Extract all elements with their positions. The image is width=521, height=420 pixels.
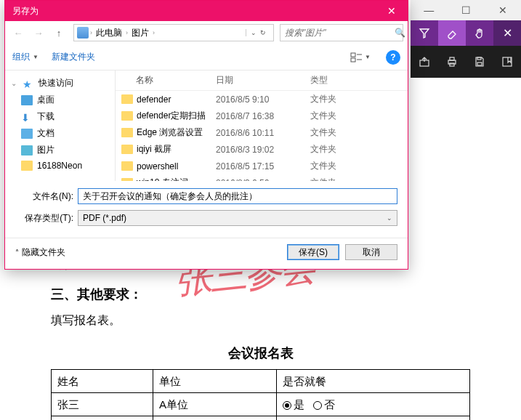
file-type: 文件夹 (310, 143, 368, 156)
hide-folders-toggle[interactable]: ˄ 隐藏文件夹 (15, 246, 65, 259)
file-name: defender定期扫描 (137, 110, 206, 122)
cell-dine: 是 否 (276, 393, 469, 416)
bookmark-icon[interactable] (493, 46, 521, 78)
svg-rect-5 (477, 57, 481, 60)
file-row[interactable]: Edge 浏览器设置2016/8/6 10:11文件夹 (116, 124, 408, 141)
dialog-title: 另存为 (12, 5, 376, 17)
file-name: win10 专注词 (137, 177, 188, 181)
svg-rect-7 (351, 53, 355, 57)
th-dine: 是否就餐 (276, 370, 469, 393)
opt-yes-label: 是 (294, 398, 304, 411)
tree-quick-access[interactable]: ⌄★快速访问 (5, 75, 115, 92)
new-folder-button[interactable]: 新建文件夹 (52, 51, 95, 63)
filetype-select[interactable]: PDF (*.pdf) ⌄ (78, 210, 397, 226)
tree-pictures[interactable]: 图片 (5, 142, 115, 158)
th-name: 姓名 (52, 370, 153, 393)
tree-label: 下载 (37, 110, 54, 123)
save-icon[interactable] (466, 46, 493, 78)
tool-funnel-icon[interactable] (411, 20, 438, 46)
nav-back-button[interactable]: ← (9, 24, 27, 41)
cancel-button[interactable]: 取消 (345, 244, 397, 260)
tree-label: 桌面 (37, 94, 54, 106)
address-path[interactable]: › 此电脑 › 图片 › ⌄ ↻ (73, 24, 274, 41)
dialog-close-button[interactable]: ✕ (376, 1, 408, 21)
file-type: 文件夹 (310, 160, 368, 172)
file-type: 文件夹 (310, 93, 368, 105)
file-date: 2016/8/6 10:11 (216, 128, 310, 138)
save-as-dialog: 另存为 ✕ ← → ↑ › 此电脑 › 图片 › ⌄ ↻ 🔍 组织 ▼ 新建文件… (4, 0, 408, 270)
col-header-date[interactable]: 日期 (216, 74, 310, 86)
help-button[interactable]: ? (386, 50, 400, 65)
file-row[interactable]: defender2016/8/5 9:10文件夹 (116, 91, 408, 108)
folder-icon (21, 161, 33, 171)
document-icon (21, 129, 33, 139)
document-body: 张三参会 会议室。 三、其他要求： 填写报名表。 会议报名表 姓名 单位 是否就… (0, 247, 521, 420)
dropdown-icon[interactable]: ⌄ ↻ (246, 29, 270, 36)
app-close-button[interactable]: ✕ (484, 0, 521, 20)
file-list-header[interactable]: 名称 日期 类型 (116, 70, 408, 91)
svg-rect-2 (450, 57, 454, 60)
file-row[interactable]: win10 专注词2016/8/3 6:56文件夹 (116, 174, 408, 181)
file-row[interactable]: powershell2016/8/5 17:15文件夹 (116, 158, 408, 174)
chevron-down-icon[interactable]: ▼ (33, 54, 39, 60)
th-unit: 单位 (153, 370, 276, 393)
file-date: 2016/8/3 19:02 (216, 145, 310, 155)
file-row[interactable]: defender定期扫描2016/8/7 16:38文件夹 (116, 108, 408, 124)
opt-no-label: 否 (324, 398, 335, 411)
path-pc[interactable]: 此电脑 (94, 27, 124, 39)
tree-documents[interactable]: 文档 (5, 125, 115, 142)
star-icon: ★ (23, 78, 34, 89)
search-box[interactable]: 🔍 (280, 24, 403, 41)
app-maximize-button[interactable]: ☐ (448, 0, 485, 20)
pc-icon (77, 27, 89, 39)
view-mode-button[interactable]: ▼ (348, 49, 373, 65)
organize-button[interactable]: 组织 (12, 51, 30, 63)
desktop-icon (21, 95, 33, 105)
cell-name: 张三 (52, 393, 153, 416)
svg-rect-3 (450, 63, 454, 66)
nav-up-button[interactable]: ↑ (50, 24, 68, 41)
doc-fill-form-line: 填写报名表。 (51, 310, 470, 331)
col-header-type[interactable]: 类型 (310, 74, 368, 86)
filename-label: 文件名(N): (15, 190, 78, 203)
doc-heading-other: 三、其他要求： (51, 283, 470, 306)
file-date: 2016/8/7 16:38 (216, 111, 310, 121)
col-header-name[interactable]: 名称 (121, 74, 216, 86)
tree-label: 图片 (37, 144, 54, 156)
tool-eraser-icon[interactable] (438, 20, 466, 46)
file-row[interactable]: iqiyi 截屏2016/8/3 19:02文件夹 (116, 141, 408, 158)
chevron-down-icon[interactable]: ⌄ (11, 79, 18, 87)
radio-no-icon[interactable] (313, 401, 322, 410)
path-folder[interactable]: 图片 (129, 27, 151, 39)
app-minimize-button[interactable]: — (411, 0, 448, 20)
search-input[interactable] (285, 28, 395, 38)
save-button[interactable]: 保存(S) (287, 244, 339, 260)
filename-input[interactable] (78, 188, 397, 204)
print-icon[interactable] (438, 46, 466, 78)
folder-icon (121, 161, 133, 171)
file-list[interactable]: 名称 日期 类型 defender2016/8/5 9:10文件夹defende… (116, 70, 408, 181)
tool-panel-close-icon[interactable]: ✕ (493, 20, 521, 46)
radio-yes-icon[interactable] (283, 401, 291, 410)
folder-icon (121, 128, 133, 137)
navigation-tree[interactable]: ⌄★快速访问 桌面 ⬇下载 文档 图片 16188Neon (5, 70, 116, 181)
folder-icon (121, 145, 133, 154)
file-type: 文件夹 (310, 177, 368, 181)
chevron-right-icon: › (90, 29, 92, 36)
share-icon[interactable] (411, 46, 438, 78)
dialog-titlebar[interactable]: 另存为 ✕ (5, 1, 408, 21)
search-icon[interactable]: 🔍 (395, 28, 405, 38)
tree-folder-neon[interactable]: 16188Neon (5, 158, 115, 173)
table-row: 张三 A单位 是 否 (52, 393, 470, 416)
file-name: iqiyi 截屏 (137, 143, 171, 156)
file-date: 2016/8/3 6:56 (216, 178, 310, 182)
doc-table: 姓名 单位 是否就餐 张三 A单位 是 否 (51, 369, 470, 420)
nav-forward-button[interactable]: → (30, 24, 47, 41)
tree-desktop[interactable]: 桌面 (5, 92, 115, 108)
tree-downloads[interactable]: ⬇下载 (5, 108, 115, 125)
filetype-label: 保存类型(T): (15, 212, 78, 225)
file-name: defender (137, 94, 171, 105)
tool-hand-icon[interactable] (466, 20, 493, 46)
file-name: Edge 浏览器设置 (137, 126, 203, 139)
file-type: 文件夹 (310, 110, 368, 122)
